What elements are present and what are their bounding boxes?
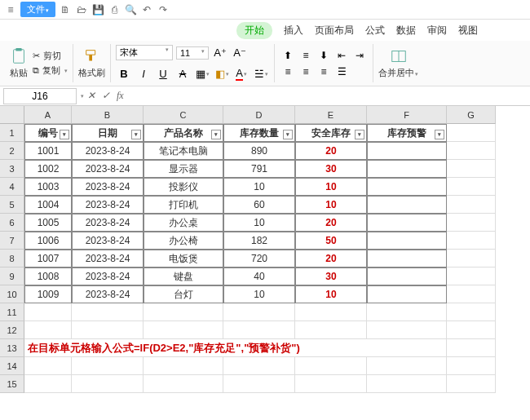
cell[interactable] (447, 285, 496, 303)
cell[interactable]: 2023-8-24 (72, 285, 144, 303)
confirm-fx-button[interactable]: ✓ (99, 90, 113, 102)
italic-button[interactable]: I (135, 66, 152, 82)
cell[interactable] (24, 375, 72, 393)
cell[interactable]: 890 (223, 142, 295, 160)
cell[interactable]: 20 (295, 214, 367, 232)
cell[interactable]: 1002 (24, 160, 72, 178)
cell[interactable] (24, 321, 72, 339)
cell[interactable] (367, 303, 447, 321)
row-head[interactable]: 15 (0, 375, 24, 393)
cell[interactable] (295, 303, 367, 321)
cell[interactable] (367, 250, 447, 267)
merge-center-button[interactable]: 合并居中▾ (378, 47, 418, 79)
filter-arrow-icon[interactable]: ▾ (435, 130, 444, 139)
header-cell[interactable]: 库存预警▾ (367, 124, 447, 142)
cell[interactable] (367, 375, 447, 393)
cell[interactable]: 2023-8-24 (72, 178, 144, 196)
col-head-d[interactable]: D (223, 106, 295, 124)
cell[interactable] (367, 178, 447, 196)
cell[interactable]: 20 (295, 250, 367, 267)
cell[interactable]: 1008 (24, 267, 72, 285)
cell[interactable] (144, 303, 223, 321)
row-head[interactable]: 2 (0, 142, 24, 160)
cell[interactable] (295, 375, 367, 393)
cell[interactable]: 1009 (24, 285, 72, 303)
align-middle-button[interactable]: ≡ (298, 48, 314, 63)
redo-icon[interactable]: ↷ (157, 3, 170, 16)
cell[interactable]: 1001 (24, 142, 72, 160)
align-center-button[interactable]: ≡ (298, 64, 314, 79)
cell[interactable]: 1004 (24, 196, 72, 214)
cell[interactable] (24, 357, 72, 375)
row-head[interactable]: 10 (0, 285, 24, 303)
cell[interactable] (72, 375, 144, 393)
phonetic-button[interactable]: ☱▾ (253, 66, 269, 82)
cell[interactable] (447, 375, 496, 393)
increase-font-button[interactable]: A⁺ (212, 45, 228, 61)
col-head-a[interactable]: A (24, 106, 72, 124)
row-head[interactable]: 1 (0, 124, 24, 142)
cell[interactable]: 60 (223, 196, 295, 214)
cell[interactable]: 2023-8-24 (72, 250, 144, 267)
distribute-button[interactable]: ☰ (333, 64, 350, 79)
cell[interactable]: 10 (295, 196, 367, 214)
name-box[interactable] (3, 88, 77, 104)
cell[interactable] (447, 267, 496, 285)
cell[interactable] (144, 357, 223, 375)
cell[interactable] (72, 303, 144, 321)
header-cell[interactable]: 安全库存▾ (295, 124, 367, 142)
cell[interactable] (367, 267, 447, 285)
save-icon[interactable]: 💾 (91, 3, 104, 16)
cell[interactable]: 2023-8-24 (72, 160, 144, 178)
cell[interactable]: 10 (295, 285, 367, 303)
row-head[interactable]: 13 (0, 339, 24, 357)
filter-arrow-icon[interactable]: ▾ (283, 130, 293, 139)
tab-formulas[interactable]: 公式 (365, 24, 385, 38)
fx-button[interactable]: fx (113, 90, 127, 102)
cell[interactable] (447, 339, 496, 357)
cell[interactable] (367, 357, 447, 375)
header-cell[interactable]: 产品名称▾ (144, 124, 223, 142)
cell[interactable]: 笔记本电脑 (144, 142, 223, 160)
cell[interactable] (447, 303, 496, 321)
header-cell[interactable]: 库存数量▾ (223, 124, 295, 142)
cell[interactable]: 20 (295, 142, 367, 160)
col-head-f[interactable]: F (367, 106, 447, 124)
cell[interactable]: 键盘 (144, 267, 223, 285)
cell[interactable]: 1006 (24, 232, 72, 250)
cell[interactable]: 1007 (24, 250, 72, 267)
cell[interactable]: 打印机 (144, 196, 223, 214)
indent-right-button[interactable]: ⇥ (351, 48, 368, 63)
cell[interactable] (367, 321, 447, 339)
formula-input[interactable] (127, 89, 530, 104)
filter-arrow-icon[interactable]: ▾ (211, 130, 221, 139)
header-cell[interactable]: 编号▾ (24, 124, 72, 142)
row-head[interactable]: 12 (0, 321, 24, 339)
cell[interactable]: 电饭煲 (144, 250, 223, 267)
cell[interactable] (72, 357, 144, 375)
cell[interactable] (447, 357, 496, 375)
cell[interactable] (223, 303, 295, 321)
col-head-b[interactable]: B (72, 106, 144, 124)
new-icon[interactable]: 🗎 (59, 3, 72, 16)
cell[interactable] (447, 178, 496, 196)
cell[interactable]: 10 (223, 178, 295, 196)
cell[interactable] (295, 321, 367, 339)
open-icon[interactable]: 🗁 (75, 3, 88, 16)
paste-button[interactable]: 粘贴 (10, 47, 28, 79)
cell[interactable] (295, 357, 367, 375)
cell[interactable]: 2023-8-24 (72, 214, 144, 232)
col-head-e[interactable]: E (295, 106, 367, 124)
cancel-fx-button[interactable]: ✕ (84, 90, 99, 102)
filter-arrow-icon[interactable]: ▾ (355, 130, 364, 139)
cell[interactable]: 30 (295, 267, 367, 285)
undo-icon[interactable]: ↶ (140, 3, 153, 16)
cell[interactable]: 2023-8-24 (72, 232, 144, 250)
cell[interactable] (24, 303, 72, 321)
tab-view[interactable]: 视图 (458, 24, 478, 38)
cell[interactable] (223, 357, 295, 375)
cut-button[interactable]: ✂剪切 (33, 50, 68, 62)
cell[interactable] (223, 375, 295, 393)
tab-start[interactable]: 开始 (236, 22, 272, 39)
cell[interactable] (447, 142, 496, 160)
